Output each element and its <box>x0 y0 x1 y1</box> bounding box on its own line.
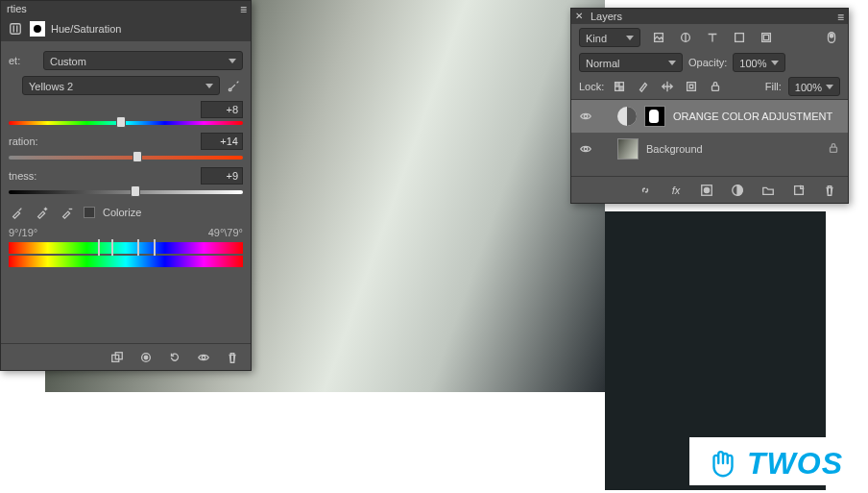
lock-artboard-icon[interactable] <box>683 78 700 95</box>
filter-adjustment-icon[interactable] <box>677 29 694 46</box>
layer-fx-icon[interactable]: fx <box>667 182 685 199</box>
lightness-input[interactable] <box>201 167 243 185</box>
delete-layer-icon[interactable] <box>821 182 838 199</box>
eyedropper-subtract-icon[interactable] <box>59 204 76 221</box>
saturation-slider[interactable] <box>9 156 243 160</box>
reset-icon[interactable] <box>166 349 183 366</box>
eyedropper-add-icon[interactable] <box>34 204 51 221</box>
layer-thumb <box>617 138 639 160</box>
svg-rect-0 <box>11 24 21 35</box>
hue-range-right: 49°\79° <box>208 227 243 238</box>
blend-mode-value: Normal <box>586 58 619 69</box>
filter-smart-icon[interactable] <box>758 29 775 46</box>
lightness-slider[interactable] <box>9 190 243 194</box>
targeted-adjustment-icon[interactable] <box>226 77 243 94</box>
adjustment-thumb-icon <box>617 107 637 126</box>
fill-label: Fill: <box>765 81 782 92</box>
opacity-value: 100% <box>739 58 766 69</box>
hue-sat-icon <box>30 21 45 37</box>
svg-rect-23 <box>831 147 837 152</box>
link-layers-icon[interactable] <box>637 182 654 199</box>
layer-name[interactable]: ORANGE COLOR ADJUSTMENT <box>673 111 832 122</box>
lightness-knob[interactable] <box>131 185 140 197</box>
svg-point-22 <box>584 147 588 151</box>
svg-rect-27 <box>795 185 804 194</box>
clip-to-layer-icon[interactable] <box>108 349 126 366</box>
fill-input[interactable]: 100% <box>788 77 840 96</box>
lightness-label: tness: <box>9 170 37 182</box>
watermark-logo: TWOS <box>689 437 858 485</box>
layer-list: ORANGE COLOR ADJUSTMENT Background <box>571 100 848 165</box>
properties-tab-bar: rties ≡ <box>1 1 251 16</box>
properties-panel: rties ≡ Hue/Saturation et: Custom Yellow… <box>0 0 252 371</box>
hue-knob[interactable] <box>116 116 126 128</box>
layer-row[interactable]: ORANGE COLOR ADJUSTMENT <box>571 100 848 133</box>
range-marker[interactable] <box>154 239 156 257</box>
hue-range-ramp-top[interactable] <box>9 242 243 254</box>
filter-toggle-icon[interactable] <box>823 29 840 46</box>
panel-menu-icon[interactable]: ≡ <box>240 3 247 16</box>
adjustment-title: Hue/Saturation <box>51 23 121 35</box>
opacity-label: Opacity: <box>688 57 727 68</box>
svg-rect-20 <box>712 86 719 90</box>
new-adjustment-icon[interactable] <box>729 182 746 199</box>
filter-type-icon[interactable] <box>704 29 721 46</box>
hue-range-ramp-bottom <box>9 256 243 267</box>
opacity-input[interactable]: 100% <box>733 53 784 72</box>
layers-close-icon[interactable]: ✕ <box>575 11 583 21</box>
preset-value: Custom <box>50 56 86 67</box>
properties-tab[interactable]: rties <box>7 3 27 14</box>
layers-panel: ✕ Layers ≡ Kind Normal Opacity: 100% Loc… <box>570 8 849 204</box>
svg-point-15 <box>830 35 833 38</box>
svg-rect-13 <box>763 35 768 39</box>
layers-footer: fx <box>571 176 848 203</box>
lock-label: Lock: <box>579 81 604 92</box>
saturation-label: ration: <box>9 136 38 147</box>
watermark-text: TWOS <box>747 446 843 481</box>
svg-point-25 <box>704 187 709 192</box>
lock-all-icon[interactable] <box>707 78 724 95</box>
lock-pixels-icon[interactable] <box>635 78 652 95</box>
view-previous-icon[interactable] <box>137 349 155 366</box>
saturation-knob[interactable] <box>133 151 142 162</box>
delete-icon[interactable] <box>224 349 241 366</box>
lock-position-icon[interactable] <box>659 78 676 95</box>
range-marker[interactable] <box>111 239 113 257</box>
eyedropper-icon[interactable] <box>9 204 26 221</box>
range-marker[interactable] <box>137 239 139 257</box>
watermark-hand-icon <box>705 445 741 481</box>
svg-rect-11 <box>735 34 744 42</box>
lock-transparency-icon[interactable] <box>611 78 628 95</box>
layers-tab[interactable]: Layers <box>591 11 622 22</box>
range-marker[interactable] <box>98 239 100 257</box>
hue-input[interactable] <box>201 101 243 118</box>
layer-name[interactable]: Background <box>646 143 703 155</box>
svg-point-21 <box>584 114 588 118</box>
filter-kind-value: Kind <box>586 33 607 44</box>
new-layer-icon[interactable] <box>790 182 808 199</box>
color-range-select[interactable]: Yellows 2 <box>22 76 220 95</box>
filter-pixel-icon[interactable] <box>650 29 667 46</box>
hue-slider[interactable] <box>9 121 243 125</box>
filter-shape-icon[interactable] <box>731 29 748 46</box>
svg-point-7 <box>144 356 148 359</box>
adjustment-panel-icon[interactable] <box>7 20 24 37</box>
add-mask-icon[interactable] <box>698 182 715 199</box>
new-group-icon[interactable] <box>760 182 777 199</box>
svg-rect-19 <box>687 83 696 91</box>
svg-rect-18 <box>619 86 623 90</box>
layers-tab-bar: ✕ Layers ≡ <box>571 9 848 24</box>
visibility-icon[interactable] <box>195 349 212 366</box>
visibility-toggle-icon[interactable] <box>579 110 592 123</box>
saturation-input[interactable] <box>201 133 243 150</box>
filter-kind-select[interactable]: Kind <box>579 28 640 47</box>
blend-mode-select[interactable]: Normal <box>579 53 683 72</box>
hue-range-left: 9°/19° <box>9 227 37 238</box>
layer-mask-thumb[interactable] <box>644 106 665 127</box>
properties-footer <box>1 343 251 370</box>
layer-row[interactable]: Background <box>571 133 848 165</box>
preset-select[interactable]: Custom <box>43 51 243 70</box>
visibility-toggle-icon[interactable] <box>579 142 592 156</box>
panel-menu-icon[interactable]: ≡ <box>837 11 844 24</box>
colorize-checkbox[interactable] <box>84 207 95 218</box>
